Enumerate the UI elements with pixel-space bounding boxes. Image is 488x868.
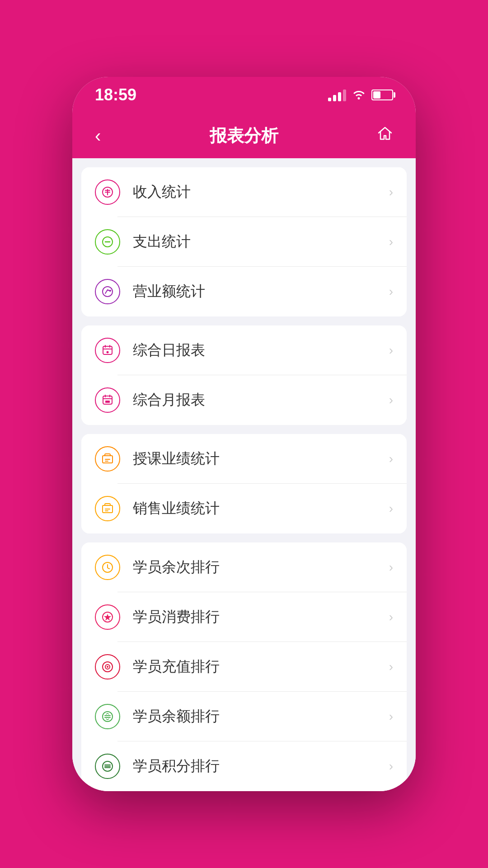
- app-header: ‹ 报表分析: [72, 113, 416, 158]
- teaching-perf-chevron: ›: [389, 452, 393, 466]
- content-area: 收入统计 › 支出统计 ›: [72, 158, 416, 791]
- student-topup-icon: [95, 654, 120, 679]
- teaching-perf-item[interactable]: 授课业绩统计 ›: [81, 434, 407, 484]
- student-balance-chevron: ›: [389, 709, 393, 724]
- monthly-report-item[interactable]: 综合月报表 ›: [81, 375, 407, 425]
- student-remaining-label: 学员余次排行: [133, 557, 389, 577]
- sales-perf-label: 销售业绩统计: [133, 499, 389, 519]
- expense-stats-chevron: ›: [389, 235, 393, 249]
- student-points-icon: [95, 754, 120, 779]
- expense-stats-icon: [95, 229, 120, 255]
- student-remaining-icon: [95, 555, 120, 580]
- svg-point-2: [103, 287, 113, 297]
- revenue-stats-icon: [95, 279, 120, 304]
- svg-point-3: [109, 290, 111, 292]
- daily-report-chevron: ›: [389, 343, 393, 358]
- sales-perf-icon: [95, 496, 120, 521]
- svg-rect-7: [105, 401, 110, 403]
- student-points-label: 学员积分排行: [133, 756, 389, 776]
- status-bar: 18:59: [72, 77, 416, 113]
- expense-stats-label: 支出统计: [133, 232, 389, 252]
- teaching-perf-icon: [95, 446, 120, 472]
- status-icons: [328, 87, 393, 103]
- monthly-report-chevron: ›: [389, 393, 393, 407]
- section-stats: 收入统计 › 支出统计 ›: [81, 167, 407, 316]
- income-stats-label: 收入统计: [133, 182, 389, 202]
- revenue-stats-chevron: ›: [389, 284, 393, 299]
- student-topup-label: 学员充值排行: [133, 657, 389, 677]
- battery-icon: [371, 90, 393, 100]
- monthly-report-icon: [95, 387, 120, 413]
- wifi-icon: [352, 87, 366, 103]
- student-consumption-icon: [95, 604, 120, 630]
- sales-perf-chevron: ›: [389, 501, 393, 516]
- back-button[interactable]: ‹: [90, 121, 105, 151]
- teaching-perf-label: 授课业绩统计: [133, 449, 389, 469]
- status-time: 18:59: [95, 85, 136, 104]
- phone-frame: 18:59 ‹ 报表分析: [72, 77, 416, 791]
- income-stats-chevron: ›: [389, 185, 393, 199]
- section-student: 学员余次排行 › 学员消费排行 ›: [81, 542, 407, 791]
- student-consumption-label: 学员消费排行: [133, 607, 389, 627]
- income-stats-icon: [95, 179, 120, 205]
- svg-point-5: [107, 351, 109, 354]
- section-reports: 综合日报表 › 综合月报表 ›: [81, 326, 407, 425]
- svg-point-14: [107, 666, 108, 668]
- student-points-item[interactable]: 学员积分排行 ›: [81, 741, 407, 791]
- student-points-chevron: ›: [389, 759, 393, 774]
- monthly-report-label: 综合月报表: [133, 390, 389, 410]
- sales-perf-item[interactable]: 销售业绩统计 ›: [81, 484, 407, 533]
- daily-report-item[interactable]: 综合日报表 ›: [81, 326, 407, 375]
- daily-report-label: 综合日报表: [133, 340, 389, 360]
- student-consumption-chevron: ›: [389, 610, 393, 624]
- revenue-stats-label: 营业额统计: [133, 282, 389, 302]
- student-balance-item[interactable]: 学员余额排行 ›: [81, 692, 407, 741]
- svg-rect-6: [103, 396, 112, 404]
- daily-report-icon: [95, 338, 120, 363]
- student-remaining-item[interactable]: 学员余次排行 ›: [81, 542, 407, 592]
- student-consumption-item[interactable]: 学员消费排行 ›: [81, 592, 407, 642]
- revenue-stats-item[interactable]: 营业额统计 ›: [81, 267, 407, 316]
- student-topup-item[interactable]: 学员充值排行 ›: [81, 642, 407, 692]
- income-stats-item[interactable]: 收入统计 ›: [81, 167, 407, 217]
- student-balance-label: 学员余额排行: [133, 707, 389, 726]
- page-title: 报表分析: [210, 124, 278, 147]
- student-remaining-chevron: ›: [389, 560, 393, 575]
- signal-icon: [328, 89, 346, 101]
- student-topup-chevron: ›: [389, 660, 393, 674]
- section-performance: 授课业绩统计 › 销售业绩统计 ›: [81, 434, 407, 533]
- home-button[interactable]: [372, 121, 398, 150]
- student-balance-icon: [95, 704, 120, 729]
- expense-stats-item[interactable]: 支出统计 ›: [81, 217, 407, 267]
